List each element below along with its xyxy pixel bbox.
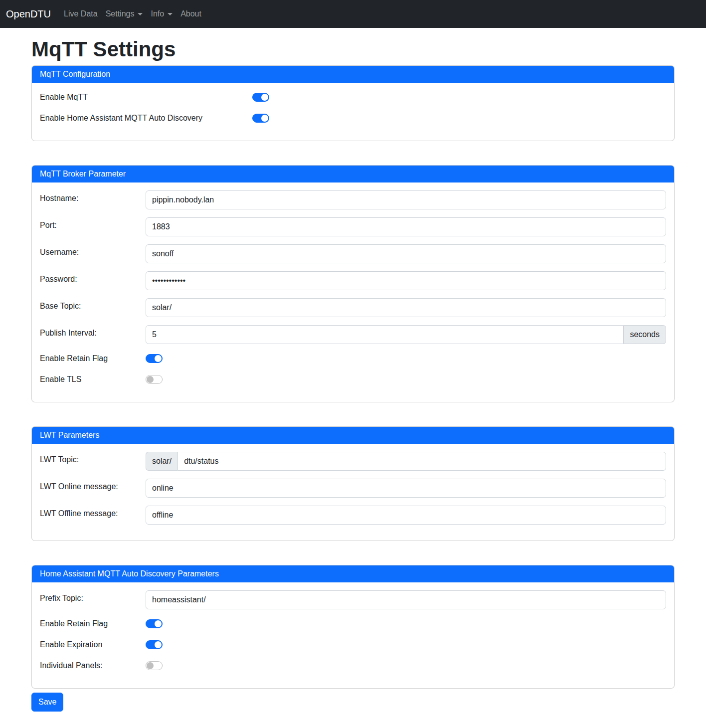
form-row-hass-expiration: Enable Expiration [40,638,666,651]
save-button[interactable]: Save [31,693,63,712]
field-label: Port: [40,217,146,236]
switch-knob [155,355,162,362]
form-row-publish-interval: Publish Interval: seconds [40,325,666,344]
field-label: Username: [40,244,146,263]
nav-item-label: Live Data [64,9,98,18]
lwt-offline-message-input[interactable] [146,506,666,525]
field-label: LWT Topic: [40,452,146,471]
enable-tls-toggle[interactable] [146,375,163,384]
nav-item-label: Info [151,9,164,18]
card-mqtt-broker-parameter: MqTT Broker Parameter Hostname: Port: Us… [31,165,675,402]
switch-knob [147,662,154,669]
form-row-lwt-offline: LWT Offline message: [40,506,666,525]
enable-hass-discovery-toggle[interactable] [252,114,269,123]
field-label: Enable TLS [40,375,146,384]
field-label: Password: [40,271,146,290]
individual-panels-toggle[interactable] [146,661,163,670]
hass-expiration-toggle[interactable] [146,640,163,649]
nav-item-live-data[interactable]: Live Data [60,5,102,22]
dropdown-caret-icon [168,13,173,15]
card-header: MqTT Broker Parameter [32,166,674,182]
card-lwt-parameters: LWT Parameters LWT Topic: solar/ LWT Onl… [31,426,675,541]
lwt-online-message-input[interactable] [146,479,666,498]
form-row-prefix-topic: Prefix Topic: [40,590,666,609]
hostname-input[interactable] [146,190,666,209]
form-row-broker-retain: Enable Retain Flag [40,352,666,365]
switch-knob [147,376,154,383]
field-label: Enable Home Assistant MQTT Auto Discover… [40,114,252,123]
form-row-base-topic: Base Topic: [40,298,666,317]
field-label: Individual Panels: [40,661,146,670]
form-row-enable-mqtt: Enable MqTT [40,91,666,104]
field-label: LWT Online message: [40,479,146,498]
lwt-topic-input[interactable] [177,452,666,471]
form-row-hass-retain: Enable Retain Flag [40,617,666,630]
main-content: MqTT Settings MqTT Configuration Enable … [31,38,675,712]
field-label: Enable MqTT [40,93,252,102]
field-label: Base Topic: [40,298,146,317]
input-suffix-seconds: seconds [624,325,666,344]
nav-item-label: About [180,9,201,18]
form-row-lwt-online: LWT Online message: [40,479,666,498]
card-hass-discovery-parameters: Home Assistant MQTT Auto Discovery Param… [31,565,675,689]
field-label: Enable Retain Flag [40,619,146,628]
field-label: Prefix Topic: [40,590,146,609]
switch-knob [155,641,162,648]
navbar: OpenDTU Live Data Settings Info About [0,0,706,28]
switch-knob [155,620,162,627]
form-row-password: Password: [40,271,666,290]
brand-opendtu[interactable]: OpenDTU [6,8,51,20]
page-title: MqTT Settings [31,38,675,61]
hass-retain-toggle[interactable] [146,619,163,628]
card-mqtt-configuration: MqTT Configuration Enable MqTT Enable Ho… [31,65,675,141]
card-header: MqTT Configuration [32,66,674,83]
nav-item-info[interactable]: Info [147,5,176,22]
publish-interval-input[interactable] [146,325,624,344]
form-row-enable-hass-discovery: Enable Home Assistant MQTT Auto Discover… [40,112,666,125]
enable-mqtt-toggle[interactable] [252,93,269,102]
form-row-hostname: Hostname: [40,190,666,209]
field-label: Enable Expiration [40,640,146,649]
nav-item-label: Settings [106,9,135,18]
form-row-individual-panels: Individual Panels: [40,659,666,672]
card-header: Home Assistant MQTT Auto Discovery Param… [32,565,674,582]
card-header: LWT Parameters [32,427,674,444]
port-input[interactable] [146,217,666,236]
field-label: Hostname: [40,190,146,209]
field-label: LWT Offline message: [40,506,146,525]
input-prefix-base-topic: solar/ [146,452,177,471]
switch-knob [261,94,268,101]
nav-item-settings[interactable]: Settings [102,5,147,22]
form-row-lwt-topic: LWT Topic: solar/ [40,452,666,471]
form-row-username: Username: [40,244,666,263]
field-label: Enable Retain Flag [40,354,146,363]
broker-retain-toggle[interactable] [146,354,163,363]
field-label: Publish Interval: [40,325,146,344]
base-topic-input[interactable] [146,298,666,317]
password-input[interactable] [146,271,666,290]
username-input[interactable] [146,244,666,263]
switch-knob [261,115,268,122]
form-row-enable-tls: Enable TLS [40,373,666,386]
prefix-topic-input[interactable] [146,590,666,609]
nav-item-about[interactable]: About [176,5,205,22]
form-row-port: Port: [40,217,666,236]
dropdown-caret-icon [138,13,143,15]
